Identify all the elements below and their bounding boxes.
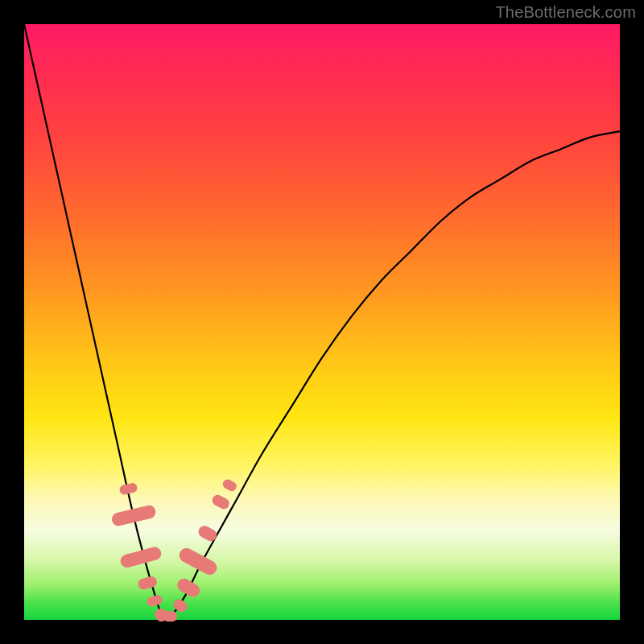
curve-marker xyxy=(196,524,219,543)
bottleneck-curve xyxy=(24,24,620,620)
curve-marker xyxy=(221,477,238,493)
curve-marker xyxy=(210,493,231,510)
watermark-text: TheBottleneck.com xyxy=(495,3,636,22)
chart-frame: TheBottleneck.com xyxy=(0,0,644,644)
plot-area xyxy=(24,24,620,620)
curve-marker xyxy=(146,594,163,608)
curve-marker xyxy=(137,576,158,591)
curve-marker xyxy=(110,504,157,527)
curve-marker xyxy=(118,482,138,496)
curve-marker xyxy=(119,546,163,569)
curve-layer xyxy=(24,24,620,620)
curve-marker xyxy=(175,576,202,600)
curve-marker xyxy=(177,546,220,577)
curve-marker xyxy=(163,611,177,621)
